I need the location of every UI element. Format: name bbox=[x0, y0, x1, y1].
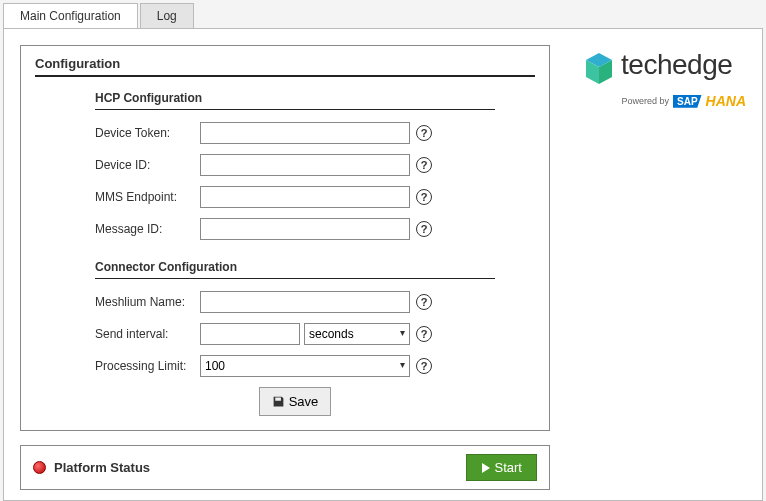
help-icon[interactable]: ? bbox=[416, 221, 432, 237]
device-token-input[interactable] bbox=[200, 122, 410, 144]
send-interval-input[interactable] bbox=[200, 323, 300, 345]
techedge-logo-text: techedge bbox=[621, 49, 732, 80]
send-interval-label: Send interval: bbox=[95, 327, 200, 341]
configuration-box: Configuration HCP Configuration Device T… bbox=[20, 45, 550, 431]
help-icon[interactable]: ? bbox=[416, 326, 432, 342]
play-icon bbox=[481, 463, 491, 473]
tab-main-configuration[interactable]: Main Configuration bbox=[3, 3, 138, 28]
message-id-label: Message ID: bbox=[95, 222, 200, 236]
start-button[interactable]: Start bbox=[466, 454, 537, 481]
tab-bar: Main Configuration Log bbox=[0, 0, 766, 28]
techedge-logo: techedge bbox=[584, 49, 733, 89]
hana-logo: HANA bbox=[706, 93, 746, 109]
status-box: Platform Status Start bbox=[20, 445, 550, 490]
device-token-label: Device Token: bbox=[95, 126, 200, 140]
connector-heading: Connector Configuration bbox=[95, 260, 495, 279]
main-panel: Configuration HCP Configuration Device T… bbox=[3, 28, 763, 501]
brand-area: techedge Powered by SAP HANA bbox=[570, 45, 746, 484]
status-indicator-icon bbox=[33, 461, 46, 474]
powered-by-label: Powered by bbox=[621, 96, 669, 106]
save-icon bbox=[272, 395, 285, 408]
powered-by: Powered by SAP HANA bbox=[570, 93, 746, 109]
status-label: Platform Status bbox=[54, 460, 150, 475]
sap-logo: SAP bbox=[673, 95, 702, 108]
mms-endpoint-label: MMS Endpoint: bbox=[95, 190, 200, 204]
send-interval-unit-select[interactable]: seconds bbox=[304, 323, 410, 345]
tab-log[interactable]: Log bbox=[140, 3, 194, 28]
techedge-logo-icon bbox=[584, 52, 614, 89]
device-id-label: Device ID: bbox=[95, 158, 200, 172]
meshlium-name-input[interactable] bbox=[200, 291, 410, 313]
device-id-input[interactable] bbox=[200, 154, 410, 176]
start-button-label: Start bbox=[495, 460, 522, 475]
help-icon[interactable]: ? bbox=[416, 125, 432, 141]
save-button[interactable]: Save bbox=[259, 387, 332, 416]
meshlium-name-label: Meshlium Name: bbox=[95, 295, 200, 309]
help-icon[interactable]: ? bbox=[416, 189, 432, 205]
processing-limit-label: Processing Limit: bbox=[95, 359, 200, 373]
help-icon[interactable]: ? bbox=[416, 157, 432, 173]
save-button-label: Save bbox=[289, 394, 319, 409]
mms-endpoint-input[interactable] bbox=[200, 186, 410, 208]
help-icon[interactable]: ? bbox=[416, 294, 432, 310]
hcp-heading: HCP Configuration bbox=[95, 91, 495, 110]
message-id-input[interactable] bbox=[200, 218, 410, 240]
help-icon[interactable]: ? bbox=[416, 358, 432, 374]
configuration-title: Configuration bbox=[35, 56, 535, 77]
processing-limit-select[interactable]: 100 bbox=[200, 355, 410, 377]
